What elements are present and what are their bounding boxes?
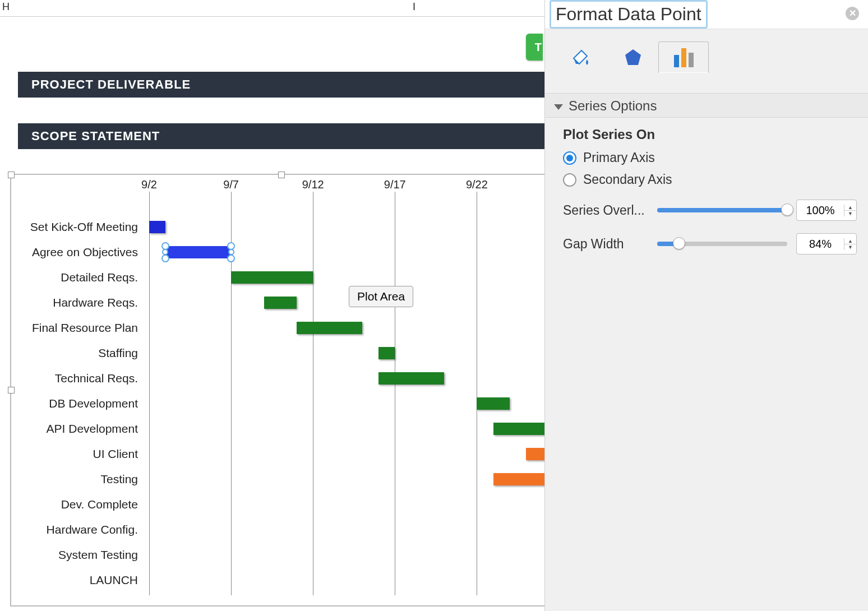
slider-thumb[interactable] [673,237,685,249]
scope-statement-header: SCOPE STATEMENT [18,123,544,149]
value-text: 84% [797,238,844,251]
sidebar-title[interactable]: Format Data Point [550,0,708,29]
resize-handle-tc[interactable] [278,172,285,178]
tab-series-options[interactable] [658,41,709,73]
task-label: Dev. Complete [0,492,138,517]
gantt-bar[interactable] [477,397,509,410]
gridline [477,192,477,595]
slider-thumb[interactable] [781,203,793,216]
gap-width-label: Gap Width [563,237,653,252]
col-header-I: I [413,1,415,13]
task-label: Testing [0,466,138,492]
selection-handle[interactable] [162,249,168,255]
series-overlap-value[interactable]: 100% ▲ ▼ [796,200,857,221]
bar-chart-icon [674,48,694,67]
paint-bucket-icon [570,47,590,67]
x-tick-label: 9/22 [466,178,488,191]
project-deliverable-header: PROJECT DELIVERABLE [18,72,544,98]
gap-width-value[interactable]: 84% ▲ ▼ [796,233,857,254]
tab-strip [545,41,868,75]
stepper-up[interactable]: ▲ [844,205,856,211]
x-tick-label: 9/17 [384,178,406,191]
chart-object[interactable]: 9/29/79/129/179/229Set Kick-Off MeetingA… [10,174,553,607]
series-overlap-slider[interactable] [657,208,787,212]
close-icon[interactable]: ✕ [846,7,859,20]
collapse-triangle-icon [554,104,563,110]
tab-effects[interactable] [608,41,658,73]
task-label: System Testing [0,542,138,567]
task-label: Detailed Reqs. [0,265,138,290]
value-text: 100% [797,204,844,217]
task-label: DB Development [0,391,138,416]
gap-width-row: Gap Width 84% ▲ ▼ [563,233,857,254]
col-header-H: H [2,1,10,13]
svg-marker-0 [625,49,641,65]
stepper: ▲ ▼ [844,238,856,250]
section-body: Plot Series On Primary Axis Secondary Ax… [563,127,857,254]
task-label: Staffing [0,340,138,365]
gantt-bar[interactable] [149,221,165,233]
primary-axis-label: Primary Axis [583,150,655,165]
selection-handle[interactable] [227,254,235,262]
plot-area[interactable]: 9/29/79/129/179/229Set Kick-Off MeetingA… [149,192,547,595]
selection-handle[interactable] [228,249,234,255]
secondary-axis-radio[interactable] [563,173,576,187]
primary-axis-radio[interactable] [563,151,576,165]
task-label: API Development [0,416,138,441]
task-label: Agree on Objectives [0,239,138,265]
gantt-bar[interactable] [378,372,444,385]
task-label: Technical Reqs. [0,365,138,391]
gridline [313,192,313,595]
series-overlap-row: Series Overl... 100% ▲ ▼ [563,200,857,221]
task-label: Final Resource Plan [0,315,138,340]
tab-fill[interactable] [555,41,606,73]
stepper-down[interactable]: ▼ [844,211,856,216]
task-label: Hardware Config. [0,517,138,542]
truncated-button[interactable]: T [526,34,543,61]
gridline [149,192,150,595]
gap-width-slider[interactable] [657,242,787,246]
stepper-down[interactable]: ▼ [844,244,856,250]
x-tick-label: 9/7 [223,178,239,191]
gantt-bar[interactable] [231,271,313,284]
section-header-label: Series Options [569,98,657,113]
plot-series-on-label: Plot Series On [563,127,857,142]
task-label: Set Kick-Off Meeting [0,214,138,239]
resize-handle-tl[interactable] [8,172,15,178]
sidebar-title-row: Format Data Point ✕ [545,0,868,29]
gantt-bar[interactable] [165,246,231,258]
gantt-bar[interactable] [378,347,395,359]
task-label: LAUNCH [0,567,138,593]
secondary-axis-label: Secondary Axis [583,172,672,187]
format-sidebar: Format Data Point ✕ Series Options [544,0,868,611]
x-tick-label: 9/12 [302,178,324,191]
stepper-up[interactable]: ▲ [844,238,856,244]
stepper: ▲ ▼ [844,205,856,216]
task-label: Hardware Reqs. [0,290,138,315]
task-label: UI Client [0,441,138,466]
gridline [395,192,395,595]
gantt-bar[interactable] [297,322,362,334]
selection-handle[interactable] [161,254,169,262]
series-options-header[interactable]: Series Options [545,93,868,118]
primary-axis-row[interactable]: Primary Axis [563,150,857,165]
pentagon-icon [623,47,643,67]
gantt-bar[interactable] [264,297,297,309]
secondary-axis-row[interactable]: Secondary Axis [563,172,857,187]
plot-area-tooltip: Plot Area [349,286,413,307]
slider-fill [657,208,787,212]
series-overlap-label: Series Overl... [563,203,653,218]
x-tick-label: 9/2 [141,178,157,191]
spacer-row [18,98,544,123]
